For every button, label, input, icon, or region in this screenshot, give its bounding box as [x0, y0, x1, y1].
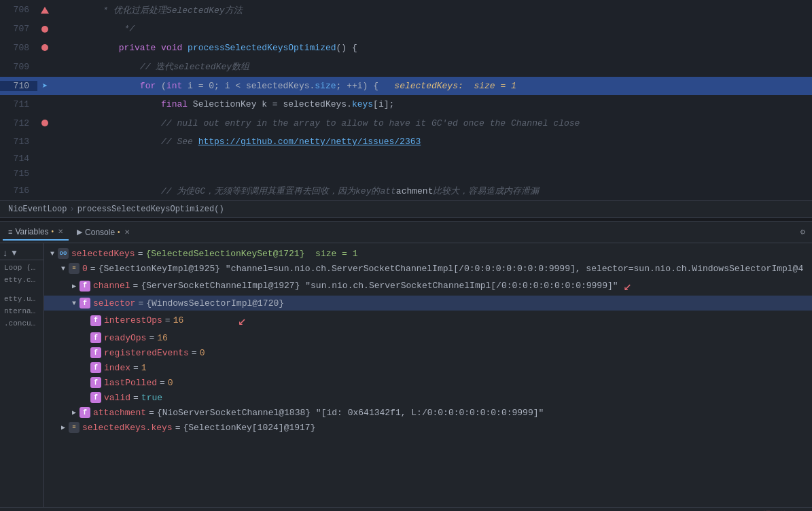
gutter-712 [37, 120, 52, 126]
var-row-0[interactable]: ▼ ≡ 0 = {SelectionKeyImpl@1925} "channel… [44, 261, 812, 276]
eq-readyops: = [149, 333, 154, 343]
line-number-708: 708 [0, 43, 37, 53]
name-lastpolled: lastPolled [104, 378, 157, 388]
code-content-714 [52, 154, 812, 164]
line-number-709: 709 [0, 62, 37, 72]
val-skkeys: {SelectionKey[1024]@1917} [183, 423, 315, 433]
icon-lastpolled: f [90, 377, 101, 388]
name-0: 0 [82, 264, 88, 274]
name-channel: channel [93, 281, 130, 291]
debug-content: ↓ ▼ Loop (ic etty.cha etty.util.c nterna… [0, 243, 812, 507]
tab-variables[interactable]: ≡ Variables • ✕ [3, 224, 69, 241]
icon-valid: f [90, 392, 101, 403]
debug-tabs-header: ≡ Variables • ✕ ▶ Console • ✕ ⚙ [0, 222, 812, 243]
code-line-716: 716 // 为使GC，无须等到调用其重置再去回收，因为key的attachme… [0, 181, 812, 200]
line-number-713: 713 [0, 137, 37, 147]
stack-item-6[interactable]: .concurr [0, 317, 43, 330]
line-number-710: 710 [0, 81, 37, 91]
val-attachment: {NioServerSocketChannel@1838} "[id: 0x64… [157, 408, 544, 418]
line-number-712: 712 [0, 118, 37, 128]
icon-index: f [90, 362, 101, 373]
gutter-710: ➤ [37, 80, 52, 92]
val-lastpolled: 0 [168, 378, 173, 388]
eq-valid: = [133, 393, 139, 403]
var-row-selectedkeys-keys[interactable]: ▶ ≡ selectedKeys.keys = {SelectionKey[10… [44, 420, 812, 435]
line-number-711: 711 [0, 99, 37, 109]
step-over-button[interactable]: ↓ [3, 247, 7, 258]
breakpoint-diamond-706 [41, 7, 49, 14]
var-row-valid[interactable]: f valid = true [44, 390, 812, 405]
val-selectedkeys: {SelectedSelectionKeySet@1721} size = 1 [145, 249, 357, 259]
arrow-attachment: ▶ [69, 408, 80, 417]
line-number-715: 715 [0, 169, 37, 179]
breakpoint-dot-707 [41, 26, 48, 33]
variables-tab-close[interactable]: ✕ [58, 228, 63, 235]
val-selector: {WindowsSelectorImpl@1720} [146, 298, 284, 309]
var-row-attachment[interactable]: ▶ f attachment = {NioServerSocketChannel… [44, 405, 812, 420]
stack-item-2[interactable]: etty.cha [0, 274, 43, 286]
val-readyops: 16 [157, 333, 168, 343]
line-number-714: 714 [0, 154, 37, 164]
var-row-selector[interactable]: ▼ f selector = {WindowsSelectorImpl@1720… [44, 296, 812, 311]
name-regev: registeredEvents [104, 348, 189, 358]
stack-item-4[interactable]: etty.util.c [0, 293, 43, 305]
var-row-selectedkeys[interactable]: ▼ oo selectedKeys = {SelectedSelectionKe… [44, 246, 812, 261]
arrow-selectedkeys: ▼ [47, 250, 58, 258]
line-number-706: 706 [0, 5, 37, 15]
console-tab-close[interactable]: ✕ [124, 228, 130, 236]
stack-item-1[interactable]: Loop (ic [0, 262, 43, 274]
eq-attachment: = [149, 408, 154, 418]
name-readyops: readyOps [104, 333, 146, 343]
var-row-lastpolled[interactable]: f lastPolled = 0 [44, 375, 812, 390]
icon-attachment: f [80, 407, 90, 418]
variables-tab-icon: ≡ [8, 228, 12, 236]
var-row-channel[interactable]: ▶ f channel = {ServerSocketChannelImpl@1… [44, 276, 812, 296]
eq-selectedkeys: = [138, 249, 143, 259]
icon-selector: f [80, 298, 90, 309]
icon-interestops: f [90, 315, 101, 326]
code-container: 706 * 优化过后处理SelectedKey方法 707 */ 708 [0, 0, 812, 200]
icon-skkeys: ≡ [69, 422, 80, 433]
gutter-708 [37, 44, 52, 51]
breadcrumb-part-1: NioEventLoop [8, 205, 67, 214]
var-row-index[interactable]: f index = 1 [44, 360, 812, 375]
arrow-selector: ▼ [69, 300, 80, 307]
stack-item-3[interactable] [0, 286, 43, 293]
icon-0: ≡ [69, 263, 80, 274]
val-interestops: 16 [173, 315, 184, 325]
debug-panel: ≡ Variables • ✕ ▶ Console • ✕ ⚙ ↓ ▼ Loop… [0, 222, 812, 507]
stack-item-5[interactable]: nternal) [0, 305, 43, 317]
stack-sidebar: ↓ ▼ Loop (ic etty.cha etty.util.c nterna… [0, 243, 44, 507]
panel-settings-icon[interactable]: ⚙ [796, 226, 809, 239]
icon-selectedkeys: oo [58, 248, 69, 259]
eq-regev: = [192, 348, 197, 358]
eq-lastpolled: = [160, 378, 165, 388]
val-index: 1 [141, 363, 147, 373]
gutter-707 [37, 26, 52, 33]
var-row-interestops[interactable]: f interestOps = 16 ↙ [44, 311, 812, 330]
val-0: {SelectionKeyImpl@1925} "channel=sun.nio… [99, 264, 804, 274]
eq-interestops: = [165, 315, 171, 325]
eq-channel: = [133, 281, 139, 291]
arrow-channel: ▶ [69, 282, 80, 290]
gutter-706 [37, 7, 52, 14]
line-number-707: 707 [0, 24, 37, 34]
status-bar: CSDN @遇见的昨天 [0, 507, 812, 511]
variables-tab-label: Variables [15, 227, 48, 236]
code-line-713: 713 // See https://github.com/netty/nett… [0, 133, 812, 151]
tab-console[interactable]: ▶ Console • ✕ [71, 225, 135, 240]
eq-skkeys: = [175, 423, 181, 433]
line-number-716: 716 [0, 186, 37, 196]
variables-tab-marker: • [52, 228, 54, 235]
console-tab-marker: • [118, 228, 120, 236]
name-attachment: attachment [93, 408, 146, 418]
filter-button[interactable]: ▼ [10, 247, 18, 258]
icon-channel: f [80, 281, 90, 292]
breakpoint-dot-712 [41, 120, 48, 126]
variables-tree[interactable]: ▼ oo selectedKeys = {SelectedSelectionKe… [44, 243, 812, 507]
console-tab-label: Console [85, 228, 115, 237]
var-row-readyops[interactable]: f readyOps = 16 [44, 330, 812, 345]
var-row-registeredevents[interactable]: f registeredEvents = 0 [44, 345, 812, 360]
breadcrumb-sep: › [69, 205, 74, 214]
val-channel: {ServerSocketChannelImpl@1927} "sun.nio.… [141, 281, 618, 291]
